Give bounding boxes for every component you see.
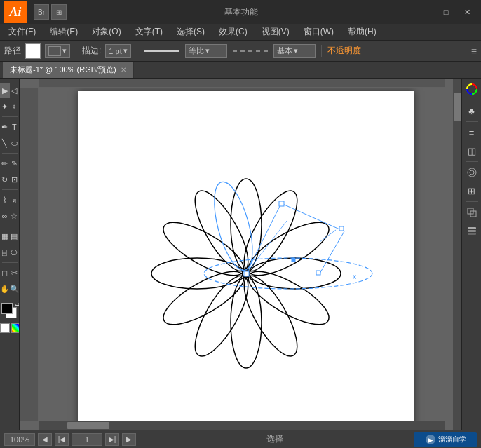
v-scrollbar[interactable] bbox=[453, 79, 461, 430]
width-tool[interactable]: ⌅ bbox=[10, 192, 20, 208]
blend-tool[interactable]: ∞ bbox=[0, 208, 10, 224]
next-page-btn[interactable]: ▶ bbox=[122, 433, 136, 446]
tab-main[interactable]: 未标题-1* @ 100% (RGB/预览) ✕ bbox=[3, 62, 134, 78]
gradient-panel-btn[interactable]: ◫ bbox=[464, 143, 480, 158]
sep-1 bbox=[2, 116, 18, 117]
drawing-canvas[interactable]: x bbox=[78, 91, 414, 428]
color-wheel-icon bbox=[466, 83, 478, 95]
tab-close-btn[interactable]: ✕ bbox=[121, 66, 126, 74]
layout-button[interactable]: ⊞ bbox=[51, 4, 67, 20]
fill-swatch[interactable] bbox=[25, 43, 41, 59]
sep2 bbox=[137, 45, 137, 57]
brush-tool[interactable]: ✏ bbox=[0, 156, 10, 171]
fg-color-swatch[interactable] bbox=[1, 303, 13, 314]
lasso-tool[interactable]: ⌖ bbox=[10, 99, 20, 114]
menu-select[interactable]: 选择(S) bbox=[174, 25, 208, 39]
shape-tool[interactable]: ⬭ bbox=[10, 135, 20, 151]
panel-toggle[interactable]: ≡ bbox=[471, 46, 477, 57]
stroke-combo[interactable]: ▾ bbox=[45, 44, 70, 58]
svg-point-4 bbox=[241, 212, 336, 285]
minimize-button[interactable]: — bbox=[415, 5, 435, 19]
align-panel-btn[interactable]: ⊞ bbox=[464, 183, 480, 198]
bar-chart-tool[interactable]: ▤ bbox=[10, 229, 20, 244]
zoom-display[interactable]: 100% bbox=[4, 433, 35, 446]
warp-tool[interactable]: ⌇ bbox=[0, 192, 10, 208]
slice-tool[interactable]: ⌸ bbox=[0, 245, 10, 260]
menu-window[interactable]: 窗口(W) bbox=[301, 25, 337, 39]
column-chart-tool[interactable]: ▦ bbox=[0, 229, 10, 244]
swap-colors-icon[interactable]: ⇄ bbox=[15, 301, 20, 308]
svg-text:▶: ▶ bbox=[428, 437, 433, 444]
symbols-panel-btn[interactable]: ♣ bbox=[464, 103, 480, 118]
tool-row-1: ▶ ◁ bbox=[0, 83, 19, 98]
symbol-tool[interactable]: ☆ bbox=[10, 208, 20, 224]
main-area: ▶ ◁ ✦ ⌖ ✒ T ╲ ⬭ ✏ ✎ ↻ ⊡ bbox=[0, 79, 481, 430]
last-page-btn[interactable]: ▶| bbox=[105, 433, 119, 446]
status-display: 选择 bbox=[139, 433, 411, 445]
svg-point-12 bbox=[156, 212, 251, 285]
svg-point-10 bbox=[156, 262, 251, 334]
tool-row-5: ✏ ✎ bbox=[0, 156, 19, 171]
prev-page-btn[interactable]: ◀ bbox=[38, 433, 52, 446]
maximize-button[interactable]: □ bbox=[436, 5, 456, 19]
pencil-tool[interactable]: ✎ bbox=[10, 156, 20, 171]
v-scroll-thumb[interactable] bbox=[454, 93, 461, 121]
color-panel-btn[interactable] bbox=[464, 81, 480, 97]
sep-6 bbox=[2, 299, 18, 299]
magic-wand-tool[interactable]: ✦ bbox=[0, 99, 10, 114]
page-input[interactable]: 1 bbox=[72, 433, 102, 446]
canvas-column: x bbox=[20, 79, 461, 430]
svg-line-16 bbox=[320, 230, 336, 242]
appearance-panel-btn[interactable] bbox=[464, 165, 480, 180]
line-tool[interactable]: ╲ bbox=[0, 135, 10, 151]
menu-effect[interactable]: 效果(C) bbox=[216, 25, 250, 39]
rotate-tool[interactable]: ↻ bbox=[0, 172, 10, 187]
stroke-panel-btn[interactable]: ≡ bbox=[464, 125, 480, 140]
handle-3[interactable] bbox=[292, 258, 295, 262]
menu-file[interactable]: 文件(F) bbox=[6, 25, 39, 39]
menu-object[interactable]: 对象(O) bbox=[89, 25, 123, 39]
panel-sep-3 bbox=[466, 161, 478, 162]
tool-row-12: ✋ 🔍 bbox=[0, 281, 19, 297]
canvas-area[interactable]: x bbox=[20, 79, 453, 430]
stroke-mode-label: 描边: bbox=[82, 45, 101, 57]
menu-edit[interactable]: 编辑(E) bbox=[47, 25, 81, 39]
transform-panel-btn[interactable] bbox=[464, 205, 480, 220]
line-style bbox=[144, 50, 179, 52]
zoom-tool[interactable]: 🔍 bbox=[10, 281, 20, 297]
handle-1[interactable] bbox=[339, 226, 344, 231]
tool-row-8: ∞ ☆ bbox=[0, 208, 19, 224]
anchor-center[interactable] bbox=[244, 271, 249, 276]
ratio-combo[interactable]: 等比▾ bbox=[185, 44, 227, 58]
layers-panel-btn[interactable] bbox=[464, 223, 480, 238]
sep-5 bbox=[2, 262, 18, 263]
menu-help[interactable]: 帮助(H) bbox=[345, 25, 379, 39]
dash-style bbox=[233, 50, 268, 52]
eraser-tool[interactable]: ◻ bbox=[0, 265, 10, 280]
menubar: 文件(F) 编辑(E) 对象(O) 文字(T) 选择(S) 效果(C) 视图(V… bbox=[0, 24, 481, 41]
text-tool[interactable]: T bbox=[10, 119, 20, 135]
h-scrollbar[interactable] bbox=[39, 421, 445, 430]
scale-tool[interactable]: ⊡ bbox=[10, 172, 20, 187]
select-tool[interactable]: ▶ bbox=[0, 83, 10, 98]
flower-group bbox=[151, 177, 372, 367]
first-page-btn[interactable]: |◀ bbox=[55, 433, 69, 446]
handle-2[interactable] bbox=[316, 271, 320, 275]
anchor-top[interactable] bbox=[279, 201, 284, 206]
br-button[interactable]: Br bbox=[34, 4, 49, 20]
scissors-tool[interactable]: ✂ bbox=[10, 265, 20, 280]
tabbar: 未标题-1* @ 100% (RGB/预览) ✕ bbox=[0, 62, 481, 79]
menu-text[interactable]: 文字(T) bbox=[133, 25, 165, 39]
gradient-color[interactable] bbox=[11, 323, 20, 333]
none-color[interactable] bbox=[0, 323, 10, 333]
direct-select-tool[interactable]: ◁ bbox=[10, 83, 20, 98]
stroke-width-combo[interactable]: 1 pt▾ bbox=[105, 44, 130, 58]
basic-combo[interactable]: 基本▾ bbox=[273, 44, 316, 58]
hand-tool[interactable]: ✋ bbox=[0, 281, 10, 297]
menu-view[interactable]: 视图(V) bbox=[259, 25, 292, 39]
h-scroll-thumb[interactable] bbox=[67, 422, 109, 429]
pen-tool[interactable]: ✒ bbox=[0, 119, 10, 135]
canvas-row: x bbox=[20, 79, 461, 430]
slice-select-tool[interactable]: ⎔ bbox=[10, 245, 20, 260]
close-button[interactable]: ✕ bbox=[457, 5, 477, 19]
